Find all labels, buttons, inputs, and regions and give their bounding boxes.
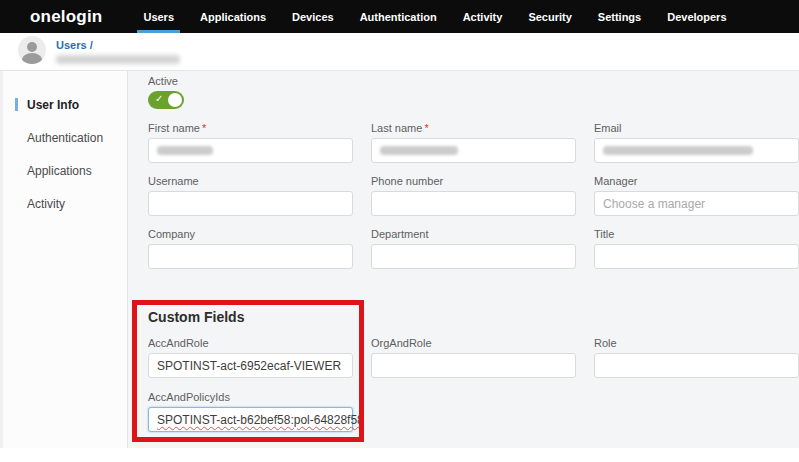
- acc-and-role-label: AccAndRole: [148, 337, 353, 349]
- sidebar-item-applications[interactable]: Applications: [3, 157, 127, 185]
- redacted-user-name: [56, 55, 180, 64]
- user-avatar: [18, 36, 46, 64]
- sidebar-item-user-info[interactable]: User Info: [3, 91, 127, 119]
- acc-and-role-input[interactable]: SPOTINST-act-6952ecaf-VIEWER: [148, 353, 353, 378]
- company-input[interactable]: [148, 244, 353, 269]
- first-name-field: First name*: [148, 122, 353, 163]
- phone-number-label: Phone number: [371, 175, 576, 187]
- nav-item-devices[interactable]: Devices: [279, 0, 347, 33]
- email-input[interactable]: [594, 138, 799, 163]
- nav-item-authentication[interactable]: Authentication: [347, 0, 450, 33]
- last-name-label: Last name: [371, 122, 422, 134]
- check-icon: ✓: [155, 93, 163, 104]
- spellcheck-underlined-value: SPOTINST-act-b62bef58:pol-64828f58: [157, 413, 364, 427]
- role-input[interactable]: [594, 353, 799, 378]
- nav-item-applications[interactable]: Applications: [187, 0, 279, 33]
- org-and-role-label: OrgAndRole: [371, 337, 576, 349]
- custom-fields-grid: AccAndRole SPOTINST-act-6952ecaf-VIEWER …: [148, 337, 799, 378]
- last-name-field: Last name*: [371, 122, 576, 163]
- acc-and-role-field: AccAndRole SPOTINST-act-6952ecaf-VIEWER: [148, 337, 353, 378]
- required-asterisk: *: [424, 122, 428, 134]
- required-asterisk: *: [202, 122, 206, 134]
- title-label: Title: [594, 228, 799, 240]
- last-name-input[interactable]: [371, 138, 576, 163]
- content-area: User Info Authentication Applications Ac…: [0, 70, 799, 448]
- role-label: Role: [594, 337, 799, 349]
- role-field: Role: [594, 337, 799, 378]
- manager-label: Manager: [594, 175, 799, 187]
- user-info-form: Active ✓ First name* Last name* Email Us…: [128, 71, 799, 448]
- department-input[interactable]: [371, 244, 576, 269]
- first-name-input[interactable]: [148, 138, 353, 163]
- company-field: Company: [148, 228, 353, 269]
- nav-items: Users Applications Devices Authenticatio…: [130, 0, 739, 33]
- title-field: Title: [594, 228, 799, 269]
- nav-item-security[interactable]: Security: [515, 0, 584, 33]
- org-and-role-input[interactable]: [371, 353, 576, 378]
- sidebar-item-activity[interactable]: Activity: [3, 190, 127, 218]
- sidebar-item-authentication[interactable]: Authentication: [3, 124, 127, 152]
- manager-field: Manager Choose a manager: [594, 175, 799, 216]
- redacted-text: [603, 146, 753, 155]
- org-and-role-field: OrgAndRole: [371, 337, 576, 378]
- nav-item-activity[interactable]: Activity: [450, 0, 516, 33]
- nav-item-users[interactable]: Users: [130, 0, 187, 33]
- page-header: Users /: [0, 33, 799, 70]
- phone-number-field: Phone number: [371, 175, 576, 216]
- acc-and-policy-ids-input[interactable]: SPOTINST-act-b62bef58:pol-64828f58: [148, 407, 353, 432]
- acc-and-policy-ids-field: AccAndPolicyIds SPOTINST-act-b62bef58:po…: [148, 391, 799, 432]
- custom-fields-section: Custom Fields AccAndRole SPOTINST-act-69…: [148, 309, 799, 432]
- redacted-text: [380, 146, 458, 155]
- standard-fields-grid: First name* Last name* Email Username Ph…: [148, 122, 799, 269]
- redacted-text: [157, 146, 213, 155]
- breadcrumb-users-link[interactable]: Users /: [56, 39, 93, 51]
- department-field: Department: [371, 228, 576, 269]
- title-input[interactable]: [594, 244, 799, 269]
- onelogin-logo: onelogin: [30, 7, 102, 27]
- first-name-label: First name: [148, 122, 200, 134]
- active-toggle[interactable]: ✓: [148, 91, 184, 109]
- department-label: Department: [371, 228, 576, 240]
- nav-item-developers[interactable]: Developers: [654, 0, 739, 33]
- username-field: Username: [148, 175, 353, 216]
- username-label: Username: [148, 175, 353, 187]
- username-input[interactable]: [148, 191, 353, 216]
- acc-and-policy-ids-label: AccAndPolicyIds: [148, 391, 799, 403]
- company-label: Company: [148, 228, 353, 240]
- manager-select[interactable]: Choose a manager: [594, 191, 799, 216]
- top-navigation-bar: onelogin Users Applications Devices Auth…: [0, 0, 799, 33]
- nav-item-settings[interactable]: Settings: [585, 0, 654, 33]
- avatar-person-icon: [27, 42, 37, 52]
- email-field: Email: [594, 122, 799, 163]
- custom-fields-heading: Custom Fields: [148, 309, 799, 325]
- sidebar: User Info Authentication Applications Ac…: [0, 71, 128, 448]
- email-label: Email: [594, 122, 799, 134]
- phone-number-input[interactable]: [371, 191, 576, 216]
- active-label: Active: [148, 75, 799, 87]
- manager-placeholder: Choose a manager: [603, 197, 705, 211]
